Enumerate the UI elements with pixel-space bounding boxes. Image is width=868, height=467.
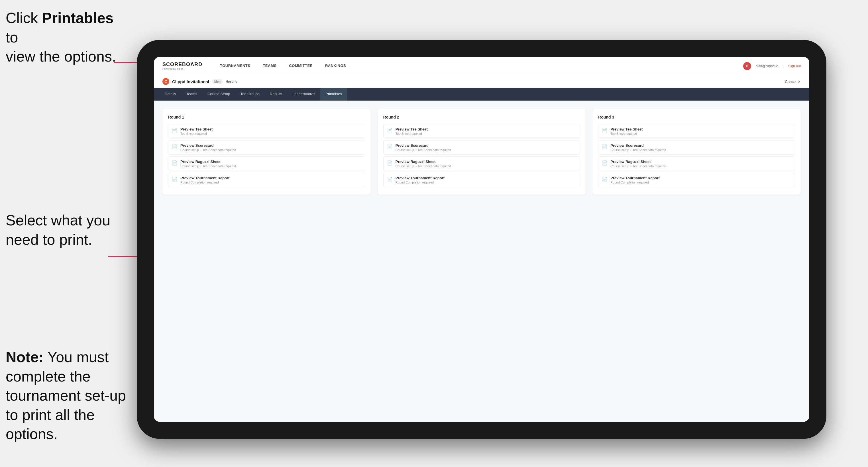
round-1-tournament-report[interactable]: 📄 Preview Tournament Report Round Comple…	[168, 173, 365, 187]
nav-committee[interactable]: COMMITTEE	[283, 57, 319, 75]
top-nav-right: B blair@clippd.io | Sign out	[743, 62, 801, 70]
cancel-button[interactable]: Cancel ✕	[785, 80, 801, 84]
tee-sheet-sub-2: Tee Sheet required	[396, 132, 428, 135]
logo-sub: Powered by clippd	[162, 67, 202, 70]
report-sub-3: Round Completion required	[610, 181, 659, 184]
scorecard-sub-1: Course setup + Tee Sheet data required	[180, 148, 236, 152]
doc-icon-12: 📄	[602, 176, 608, 182]
printables-bold: Printables	[42, 10, 114, 26]
scorecard-sub-3: Course setup + Tee Sheet data required	[610, 148, 666, 152]
user-email: blair@clippd.io	[756, 64, 778, 68]
instruction-top: Click Printables toview the options.	[6, 8, 125, 66]
instruction-bottom: Note: You mustcomplete thetournament set…	[6, 348, 143, 444]
nav-tournaments[interactable]: TOURNAMENTS	[214, 57, 256, 75]
report-title-1: Preview Tournament Report	[180, 176, 229, 180]
logo-main: SCOREBOARD	[162, 62, 202, 67]
tab-leaderboards[interactable]: Leaderboards	[287, 88, 320, 101]
scoreboard-logo: SCOREBOARD Powered by clippd	[162, 62, 202, 70]
tee-sheet-sub-1: Tee Sheet required	[180, 132, 213, 135]
doc-icon-3: 📄	[172, 160, 178, 165]
instruction-middle: Select what youneed to print.	[6, 211, 110, 249]
round-2-tournament-report[interactable]: 📄 Preview Tournament Report Round Comple…	[383, 173, 580, 187]
gender-badge: Men	[212, 79, 223, 84]
tab-printables[interactable]: Printables	[320, 88, 347, 101]
round-1-section: Round 1 📄 Preview Tee Sheet Tee Sheet re…	[162, 109, 371, 195]
tee-sheet-title-1: Preview Tee Sheet	[180, 127, 213, 131]
round-2-tee-sheet[interactable]: 📄 Preview Tee Sheet Tee Sheet required	[383, 124, 580, 138]
round-2-raguzzi[interactable]: 📄 Preview Raguzzi Sheet Course setup + T…	[383, 156, 580, 171]
nav-rankings[interactable]: RANKINGS	[319, 57, 352, 75]
doc-icon-6: 📄	[387, 144, 393, 149]
tournament-title: Clippd Invitational	[172, 79, 209, 84]
round-1-scorecard[interactable]: 📄 Preview Scorecard Course setup + Tee S…	[168, 140, 365, 155]
round-3-title: Round 3	[598, 115, 795, 119]
raguzzi-sub-3: Course setup + Tee Sheet data required	[610, 164, 666, 168]
raguzzi-sub-1: Course setup + Tee Sheet data required	[180, 164, 236, 168]
scorecard-title-2: Preview Scorecard	[396, 143, 451, 148]
sign-out-link[interactable]: Sign out	[788, 64, 801, 68]
round-1-tee-sheet[interactable]: 📄 Preview Tee Sheet Tee Sheet required	[168, 124, 365, 138]
separator: |	[783, 64, 784, 68]
user-avatar: B	[743, 62, 751, 70]
scorecard-title-1: Preview Scorecard	[180, 143, 236, 148]
doc-icon-1: 📄	[172, 128, 178, 133]
nav-teams[interactable]: TEAMS	[256, 57, 283, 75]
round-3-tee-sheet[interactable]: 📄 Preview Tee Sheet Tee Sheet required	[598, 124, 795, 138]
top-nav: SCOREBOARD Powered by clippd TOURNAMENTS…	[154, 57, 809, 75]
round-2-title: Round 2	[383, 115, 580, 119]
tab-tee-groups[interactable]: Tee Groups	[236, 88, 265, 101]
raguzzi-title-3: Preview Raguzzi Sheet	[610, 160, 666, 164]
note-bold: Note:	[6, 349, 43, 365]
doc-icon-9: 📄	[602, 128, 608, 133]
top-nav-links: TOURNAMENTS TEAMS COMMITTEE RANKINGS	[214, 57, 743, 75]
tablet: SCOREBOARD Powered by clippd TOURNAMENTS…	[137, 40, 827, 439]
tab-teams[interactable]: Teams	[181, 88, 202, 101]
tab-bar: Details Teams Course Setup Tee Groups Re…	[154, 88, 809, 101]
round-2-scorecard[interactable]: 📄 Preview Scorecard Course setup + Tee S…	[383, 140, 580, 155]
report-sub-2: Round Completion required	[396, 181, 444, 184]
tournament-bar: C Clippd Invitational Men Hosting Cancel…	[154, 75, 809, 88]
content-area: Round 1 📄 Preview Tee Sheet Tee Sheet re…	[154, 101, 809, 422]
round-3-scorecard[interactable]: 📄 Preview Scorecard Course setup + Tee S…	[598, 140, 795, 155]
doc-icon-7: 📄	[387, 160, 393, 165]
tee-sheet-title-2: Preview Tee Sheet	[396, 127, 428, 131]
raguzzi-title-2: Preview Raguzzi Sheet	[396, 160, 451, 164]
doc-icon-4: 📄	[172, 176, 178, 182]
tab-results[interactable]: Results	[265, 88, 287, 101]
raguzzi-sub-2: Course setup + Tee Sheet data required	[396, 164, 451, 168]
tab-details[interactable]: Details	[160, 88, 181, 101]
doc-icon-8: 📄	[387, 176, 393, 182]
clippd-logo: C	[162, 78, 169, 85]
scorecard-sub-2: Course setup + Tee Sheet data required	[396, 148, 451, 152]
tablet-screen: SCOREBOARD Powered by clippd TOURNAMENTS…	[154, 57, 809, 422]
report-sub-1: Round Completion required	[180, 181, 229, 184]
round-2-section: Round 2 📄 Preview Tee Sheet Tee Sheet re…	[378, 109, 586, 195]
doc-icon-5: 📄	[387, 128, 393, 133]
round-3-tournament-report[interactable]: 📄 Preview Tournament Report Round Comple…	[598, 173, 795, 187]
report-title-3: Preview Tournament Report	[610, 176, 659, 180]
round-3-section: Round 3 📄 Preview Tee Sheet Tee Sheet re…	[592, 109, 801, 195]
raguzzi-title-1: Preview Raguzzi Sheet	[180, 160, 236, 164]
round-1-title: Round 1	[168, 115, 365, 119]
scorecard-title-3: Preview Scorecard	[610, 143, 666, 148]
doc-icon-11: 📄	[602, 160, 608, 165]
round-1-raguzzi[interactable]: 📄 Preview Raguzzi Sheet Course setup + T…	[168, 156, 365, 171]
rounds-grid: Round 1 📄 Preview Tee Sheet Tee Sheet re…	[162, 109, 801, 195]
doc-icon-2: 📄	[172, 144, 178, 149]
tee-sheet-sub-3: Tee Sheet required	[610, 132, 643, 135]
doc-icon-10: 📄	[602, 144, 608, 149]
tee-sheet-title-3: Preview Tee Sheet	[610, 127, 643, 131]
round-3-raguzzi[interactable]: 📄 Preview Raguzzi Sheet Course setup + T…	[598, 156, 795, 171]
hosting-badge: Hosting	[226, 80, 237, 83]
tab-course-setup[interactable]: Course Setup	[202, 88, 236, 101]
report-title-2: Preview Tournament Report	[396, 176, 444, 180]
tournament-name-row: C Clippd Invitational Men Hosting	[162, 78, 237, 85]
